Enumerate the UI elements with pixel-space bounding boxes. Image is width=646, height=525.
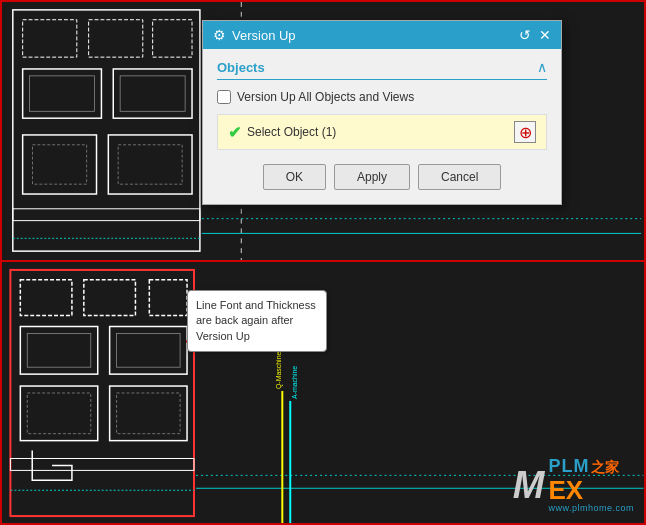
section-title: Objects (217, 60, 265, 75)
top-section: ⚙ Version Up ↺ ✕ Objects ∧ Version Up Al… (0, 0, 646, 262)
crosshair-icon[interactable]: ⊕ (514, 121, 536, 143)
gear-icon: ⚙ (213, 27, 226, 43)
select-object-left: ✔ Select Object (1) (228, 123, 336, 142)
dialog-titlebar: ⚙ Version Up ↺ ✕ (203, 21, 561, 49)
section-header: Objects ∧ (217, 59, 547, 80)
select-object-row: ✔ Select Object (1) ⊕ (217, 114, 547, 150)
cancel-button[interactable]: Cancel (418, 164, 501, 190)
checkmark-icon: ✔ (228, 123, 241, 142)
version-up-all-row: Version Up All Objects and Views (217, 90, 547, 104)
close-button[interactable]: ✕ (539, 28, 551, 42)
main-container: ⚙ Version Up ↺ ✕ Objects ∧ Version Up Al… (0, 0, 646, 525)
collapse-icon[interactable]: ∧ (537, 59, 547, 75)
plm-top-text: PLM (548, 456, 589, 477)
bottom-section: Q-Maschine A-machine Line Font and Thick… (0, 262, 646, 525)
version-up-all-checkbox[interactable] (217, 90, 231, 104)
reset-button[interactable]: ↺ (519, 28, 531, 42)
dialog-body: Objects ∧ Version Up All Objects and Vie… (203, 49, 561, 204)
plm-logo: M PLM 之家 EX www.plmhome.com (513, 456, 634, 513)
apply-button[interactable]: Apply (334, 164, 410, 190)
svg-text:A-machine: A-machine (291, 366, 298, 399)
plm-m-letter: M (513, 466, 545, 504)
ok-button[interactable]: OK (263, 164, 326, 190)
plm-zh-text: 之家 (591, 459, 619, 477)
plm-text-block: PLM 之家 EX www.plmhome.com (548, 456, 634, 513)
version-up-dialog: ⚙ Version Up ↺ ✕ Objects ∧ Version Up Al… (202, 20, 562, 205)
dialog-buttons: OK Apply Cancel (217, 164, 547, 190)
plm-bracket: EX (548, 477, 583, 503)
titlebar-right: ↺ ✕ (519, 28, 551, 42)
svg-text:Q-Maschine: Q-Maschine (275, 351, 283, 389)
plm-url: www.plmhome.com (548, 503, 634, 513)
version-up-all-label: Version Up All Objects and Views (237, 90, 414, 104)
titlebar-left: ⚙ Version Up (213, 27, 296, 43)
annotation-text: Line Font and Thickness are back again a… (196, 299, 316, 342)
annotation-bubble: Line Font and Thickness are back again a… (187, 290, 327, 352)
select-object-label: Select Object (1) (247, 125, 336, 139)
dialog-title: Version Up (232, 28, 296, 43)
